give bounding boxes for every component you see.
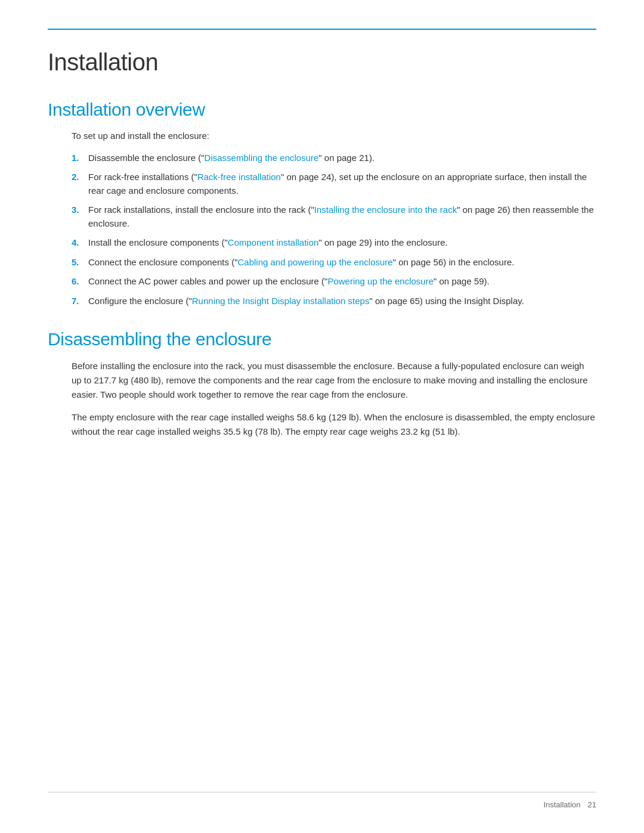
- disassembling-body: Before installing the enclosure into the…: [72, 359, 596, 439]
- list-item: Connect the enclosure components ("Cabli…: [72, 256, 596, 270]
- list-item: Disassemble the enclosure ("Disassemblin…: [72, 151, 596, 165]
- powering-up-link[interactable]: Powering up the enclosure: [327, 276, 434, 286]
- chapter-title: Installation: [48, 49, 596, 76]
- list-item: Configure the enclosure ("Running the In…: [72, 295, 596, 308]
- list-item: For rack-free installations ("Rack-free …: [72, 171, 596, 197]
- cabling-link[interactable]: Cabling and powering up the enclosure: [237, 257, 392, 267]
- step-4-text: Install the enclosure components ("Compo…: [88, 236, 596, 250]
- insight-display-link[interactable]: Running the Insight Display installation…: [192, 296, 370, 306]
- step-3-text: For rack installations, install the encl…: [88, 203, 596, 230]
- list-item: For rack installations, install the encl…: [72, 203, 596, 230]
- step-1-text: Disassemble the enclosure ("Disassemblin…: [88, 151, 596, 165]
- disassembling-link[interactable]: Disassembling the enclosure: [205, 153, 319, 163]
- disassembling-heading: Disassembling the enclosure: [48, 329, 596, 349]
- list-item: Connect the AC power cables and power up…: [72, 275, 596, 289]
- list-item: Install the enclosure components ("Compo…: [72, 236, 596, 250]
- footer-chapter-label: Installation: [543, 800, 580, 809]
- rack-free-link[interactable]: Rack-free installation: [197, 172, 281, 182]
- page-container: Installation Installation overview To se…: [0, 0, 644, 496]
- step-2-text: For rack-free installations ("Rack-free …: [88, 171, 596, 197]
- installation-steps-list: Disassemble the enclosure ("Disassemblin…: [72, 151, 596, 308]
- component-installation-link[interactable]: Component installation: [228, 237, 319, 247]
- step-6-text: Connect the AC power cables and power up…: [88, 275, 596, 289]
- disassembling-section: Disassembling the enclosure Before insta…: [48, 329, 596, 439]
- disassembling-para-1: Before installing the enclosure into the…: [72, 359, 596, 402]
- section-intro-text: To set up and install the enclosure:: [72, 129, 596, 143]
- disassembling-para-2: The empty enclosure with the rear cage i…: [72, 410, 596, 439]
- installation-overview-section: Installation overview To set up and inst…: [48, 100, 596, 308]
- footer-page-number: 21: [588, 800, 596, 809]
- step-7-text: Configure the enclosure ("Running the In…: [88, 295, 596, 308]
- rack-installation-link[interactable]: Installing the enclosure into the rack: [314, 205, 457, 215]
- step-5-text: Connect the enclosure components ("Cabli…: [88, 256, 596, 270]
- top-rule: [48, 29, 596, 30]
- footer-rule: [48, 792, 596, 792]
- installation-overview-heading: Installation overview: [48, 100, 596, 120]
- page-footer: Installation 21: [543, 800, 596, 809]
